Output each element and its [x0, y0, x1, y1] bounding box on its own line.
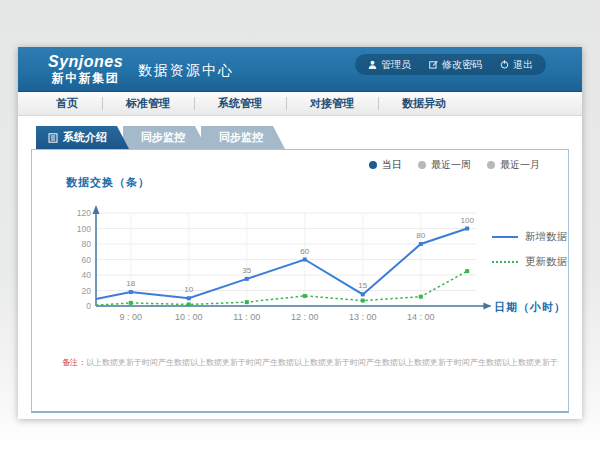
main-nav: 首页标准管理系统管理对接管理数据异动 [18, 92, 582, 116]
legend-swatch-icon [492, 236, 518, 238]
exchange-chart: 0204060801001209 : 0010 : 0011 : 0012 : … [46, 194, 516, 344]
data-point [129, 301, 133, 305]
data-point [465, 227, 469, 231]
radio-dot-icon [487, 161, 495, 169]
footnote-prefix: 备注： [62, 358, 86, 367]
edit-icon [429, 60, 438, 69]
logout-label: 退出 [513, 58, 533, 72]
series-legend: 新增数据更新数据 [492, 230, 567, 280]
data-point [361, 292, 365, 296]
y-tick-label: 80 [82, 239, 92, 249]
logout-button[interactable]: 退出 [500, 58, 533, 72]
data-point-label: 60 [300, 247, 309, 256]
time-range-filter: 当日最近一周最近一月 [369, 158, 540, 172]
time-range-label: 当日 [382, 158, 402, 172]
nav-item-3[interactable]: 对接管理 [286, 92, 378, 115]
tab-sync-monitor-1[interactable]: 同步监控 [123, 126, 207, 149]
app-window: Synjones 新中新集团 数据资源中心 管理员 修改密码 [18, 47, 582, 419]
power-icon [500, 60, 509, 69]
y-axis-arrow-icon [93, 205, 100, 214]
data-point [419, 242, 423, 246]
user-icon [368, 60, 377, 69]
data-point [303, 258, 307, 262]
change-password-button[interactable]: 修改密码 [429, 58, 482, 72]
series-line-updated-data [96, 271, 467, 305]
data-point [465, 269, 469, 273]
logo-brand-text: Synjones [48, 52, 123, 71]
data-point [303, 294, 307, 298]
nav-item-0[interactable]: 首页 [32, 92, 102, 115]
content-area: 系统介绍 同步监控 同步监控 当日最近一周最近一月 数据交换（条） 020406… [18, 126, 582, 413]
data-point [187, 296, 191, 300]
time-range-label: 最近一月 [500, 158, 540, 172]
time-range-option-0[interactable]: 当日 [369, 158, 402, 172]
admin-user-label: 管理员 [381, 58, 411, 72]
y-tick-label: 120 [77, 208, 91, 218]
tab-label: 同步监控 [219, 130, 263, 145]
y-tick-label: 40 [82, 270, 92, 280]
time-range-option-2[interactable]: 最近一月 [487, 158, 540, 172]
data-point-label: 35 [242, 266, 251, 275]
radio-dot-icon [369, 161, 377, 169]
radio-dot-icon [418, 161, 426, 169]
data-point [419, 295, 423, 299]
user-toolbar: 管理员 修改密码 退出 [355, 54, 546, 75]
x-tick-label: 12 : 00 [291, 312, 319, 322]
x-tick-label: 11 : 00 [233, 312, 260, 322]
nav-item-1[interactable]: 标准管理 [102, 92, 194, 115]
data-point [361, 299, 365, 303]
legend-swatch-icon [492, 261, 518, 263]
x-tick-label: 14 : 00 [407, 312, 435, 322]
data-point [187, 302, 191, 306]
y-tick-label: 20 [82, 286, 92, 296]
document-icon [48, 133, 58, 143]
x-tick-label: 9 : 00 [120, 312, 143, 322]
legend-item-0: 新增数据 [492, 230, 567, 244]
footnote-text: 以上数据更新于时间产生数据以上数据更新于时间产生数据以上数据更新于时间产生数据以… [86, 358, 558, 367]
x-axis-title: 日期（小时） [494, 300, 566, 315]
legend-label: 新增数据 [525, 230, 567, 244]
data-point [245, 300, 249, 304]
page-title: 数据资源中心 [138, 62, 234, 80]
legend-label: 更新数据 [525, 255, 567, 269]
tab-bar: 系统介绍 同步监控 同步监控 [36, 126, 582, 149]
tab-label: 同步监控 [141, 130, 185, 145]
data-point-label: 100 [461, 216, 475, 225]
x-axis-arrow-icon [483, 303, 491, 310]
nav-item-4[interactable]: 数据异动 [378, 92, 470, 115]
company-logo: Synjones 新中新集团 [48, 52, 123, 86]
y-tick-label: 0 [86, 301, 91, 311]
time-range-label: 最近一周 [431, 158, 471, 172]
footnote: 备注：以上数据更新于时间产生数据以上数据更新于时间产生数据以上数据更新于时间产生… [62, 357, 560, 368]
tab-system-intro[interactable]: 系统介绍 [36, 126, 129, 149]
time-range-option-1[interactable]: 最近一周 [418, 158, 471, 172]
admin-user-button[interactable]: 管理员 [368, 58, 411, 72]
tab-label: 系统介绍 [63, 130, 107, 145]
x-tick-label: 10 : 00 [175, 312, 203, 322]
data-point [129, 290, 133, 294]
data-point-label: 15 [358, 281, 367, 290]
data-point-label: 10 [184, 285, 193, 294]
series-line-new-data [96, 229, 467, 300]
y-tick-label: 100 [77, 224, 91, 234]
data-point [245, 277, 249, 281]
y-tick-label: 60 [82, 255, 92, 265]
x-tick-label: 13 : 00 [349, 312, 377, 322]
legend-item-1: 更新数据 [492, 255, 567, 269]
system-intro-panel: 当日最近一周最近一月 数据交换（条） 0204060801001209 : 00… [31, 149, 569, 413]
y-axis-title: 数据交换（条） [66, 175, 150, 190]
tab-sync-monitor-2[interactable]: 同步监控 [201, 126, 285, 149]
change-password-label: 修改密码 [442, 58, 482, 72]
data-point-label: 80 [416, 231, 425, 240]
header: Synjones 新中新集团 数据资源中心 管理员 修改密码 [18, 47, 582, 92]
nav-item-2[interactable]: 系统管理 [194, 92, 286, 115]
logo-company-name: 新中新集团 [48, 71, 123, 86]
data-point-label: 18 [126, 279, 135, 288]
